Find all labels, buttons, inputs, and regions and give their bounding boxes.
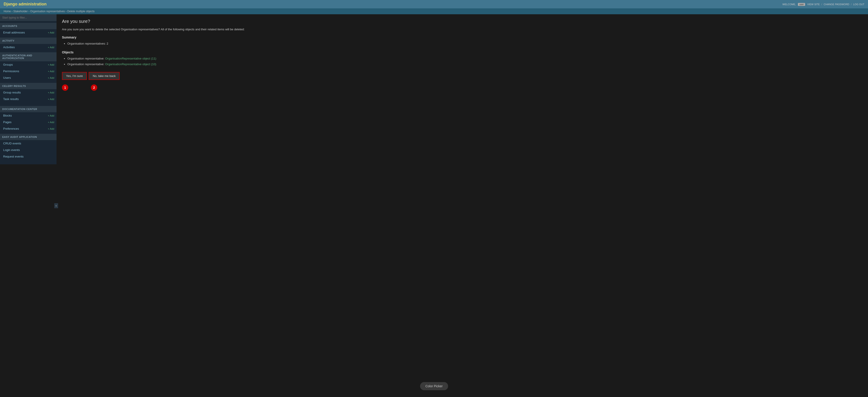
users-add[interactable]: + Add bbox=[48, 77, 54, 79]
task-results-add[interactable]: + Add bbox=[48, 98, 54, 101]
content-wrapper: ACCOUNTS Email addresses + Add ACTIVITY … bbox=[0, 14, 868, 397]
summary-item: Organisation representatives: 2 bbox=[67, 41, 863, 46]
group-results-add[interactable]: + Add bbox=[48, 91, 54, 94]
sidebar-item-groups[interactable]: Groups + Add bbox=[0, 61, 57, 68]
email-addresses-link[interactable]: Email addresses bbox=[3, 31, 25, 34]
filter-input[interactable] bbox=[0, 14, 57, 21]
objects-section: Objects Organisation representative: Org… bbox=[62, 51, 863, 66]
pages-add[interactable]: + Add bbox=[48, 121, 54, 123]
view-site-link[interactable]: VIEW SITE bbox=[807, 3, 820, 6]
sidebar-section-activity: ACTIVITY bbox=[0, 37, 57, 44]
sidebar-section-accounts: ACCOUNTS bbox=[0, 23, 57, 29]
sidebar-wrapper: ACCOUNTS Email addresses + Add ACTIVITY … bbox=[0, 14, 57, 397]
login-events-link[interactable]: Login events bbox=[3, 148, 20, 152]
users-link[interactable]: Users bbox=[3, 76, 11, 80]
sidebar-item-blocks[interactable]: Blocks + Add bbox=[0, 112, 57, 119]
activities-add[interactable]: + Add bbox=[48, 46, 54, 49]
page-title: Are you sure? bbox=[62, 19, 863, 24]
org-rep-prefix-1: Organisation representative: bbox=[67, 57, 105, 60]
pages-link[interactable]: Pages bbox=[3, 120, 11, 124]
sidebar-item-permissions[interactable]: Permissions + Add bbox=[0, 68, 57, 75]
sidebar-filter[interactable] bbox=[0, 14, 57, 21]
username: user bbox=[798, 3, 805, 6]
summary-section: Summary Organisation representatives: 2 bbox=[62, 35, 863, 46]
back-button[interactable]: No, take me back bbox=[89, 72, 120, 80]
log-out-link[interactable]: LOG OUT bbox=[853, 3, 864, 6]
task-results-link[interactable]: Task results bbox=[3, 97, 19, 101]
collapse-sidebar-button[interactable]: « bbox=[54, 203, 58, 208]
annotation-circle-2: 2 bbox=[91, 84, 97, 91]
sidebar-item-activities[interactable]: Activities + Add bbox=[0, 44, 57, 51]
header: Django administration WELCOME, user VIEW… bbox=[0, 0, 868, 8]
org-rep-prefix-2: Organisation representative: bbox=[67, 62, 105, 66]
groups-add[interactable]: + Add bbox=[48, 63, 54, 66]
email-addresses-add[interactable]: + Add bbox=[48, 31, 54, 34]
permissions-link[interactable]: Permissions bbox=[3, 69, 19, 73]
main-content: Are you sure? Are you sure you want to d… bbox=[57, 14, 868, 397]
preferences-link[interactable]: Preferences bbox=[3, 127, 19, 131]
breadcrumb-stakeholder[interactable]: Stakeholder bbox=[13, 10, 28, 13]
preferences-add[interactable]: + Add bbox=[48, 127, 54, 130]
activities-link[interactable]: Activities bbox=[3, 46, 15, 49]
sidebar-item-users[interactable]: Users + Add bbox=[0, 75, 57, 81]
crud-events-link[interactable]: CRUD events bbox=[3, 142, 21, 145]
org-rep-link-1[interactable]: OrganisationRepresentative object (11) bbox=[105, 57, 156, 60]
sidebar: ACCOUNTS Email addresses + Add ACTIVITY … bbox=[0, 14, 57, 164]
sidebar-section-docs: DOCUMENTATION CENTER bbox=[0, 106, 57, 112]
groups-link[interactable]: Groups bbox=[3, 63, 13, 66]
annotation-1: 1 bbox=[62, 84, 68, 91]
breadcrumb-current: Delete multiple objects bbox=[67, 10, 95, 13]
blocks-add[interactable]: + Add bbox=[48, 114, 54, 117]
sidebar-item-pages[interactable]: Pages + Add bbox=[0, 119, 57, 125]
sidebar-item-preferences[interactable]: Preferences + Add bbox=[0, 125, 57, 132]
breadcrumb: Home › Stakeholder › Organisation repres… bbox=[0, 8, 868, 14]
org-rep-link-2[interactable]: OrganisationRepresentative object (10) bbox=[105, 62, 156, 66]
sidebar-section-auth: AUTHENTICATION AND AUTHORIZATION bbox=[0, 52, 57, 61]
sidebar-item-email-addresses[interactable]: Email addresses + Add bbox=[0, 29, 57, 36]
sidebar-item-login-events[interactable]: Login events bbox=[0, 147, 57, 153]
annotations-row: 1 2 bbox=[62, 84, 863, 91]
color-picker-button[interactable]: Color Picker bbox=[420, 382, 448, 390]
list-item: Organisation representative: Organisatio… bbox=[67, 56, 863, 61]
sidebar-section-celery: CELERY RESULTS bbox=[0, 83, 57, 89]
sidebar-item-task-results[interactable]: Task results + Add bbox=[0, 96, 57, 102]
list-item: Organisation representative: Organisatio… bbox=[67, 62, 863, 66]
objects-list: Organisation representative: Organisatio… bbox=[67, 56, 863, 66]
intro-text: Are you sure you want to delete the sele… bbox=[62, 28, 863, 31]
sidebar-item-request-events[interactable]: Request events bbox=[0, 153, 57, 160]
confirm-button[interactable]: Yes, I'm sure bbox=[62, 72, 87, 80]
summary-heading: Summary bbox=[62, 35, 863, 39]
welcome-text: WELCOME, bbox=[782, 3, 796, 6]
sidebar-item-group-results[interactable]: Group results + Add bbox=[0, 89, 57, 96]
site-title[interactable]: Django administration bbox=[4, 2, 46, 6]
user-tools: WELCOME, user VIEW SITE / CHANGE PASSWOR… bbox=[782, 3, 864, 6]
summary-list: Organisation representatives: 2 bbox=[67, 41, 863, 46]
request-events-link[interactable]: Request events bbox=[3, 155, 24, 158]
action-buttons: Yes, I'm sure No, take me back bbox=[62, 72, 863, 80]
annotation-circle-1: 1 bbox=[62, 84, 68, 91]
permissions-add[interactable]: + Add bbox=[48, 70, 54, 73]
blocks-link[interactable]: Blocks bbox=[3, 114, 12, 117]
annotation-2: 2 bbox=[91, 84, 97, 91]
sidebar-item-crud-events[interactable]: CRUD events bbox=[0, 140, 57, 147]
objects-heading: Objects bbox=[62, 51, 863, 54]
breadcrumb-home[interactable]: Home bbox=[4, 10, 11, 13]
sidebar-section-audit: EASY AUDIT APPLICATION bbox=[0, 134, 57, 140]
breadcrumb-org-reps[interactable]: Organisation representatives bbox=[30, 10, 65, 13]
group-results-link[interactable]: Group results bbox=[3, 91, 21, 94]
change-password-link[interactable]: CHANGE PASSWORD bbox=[824, 3, 849, 6]
